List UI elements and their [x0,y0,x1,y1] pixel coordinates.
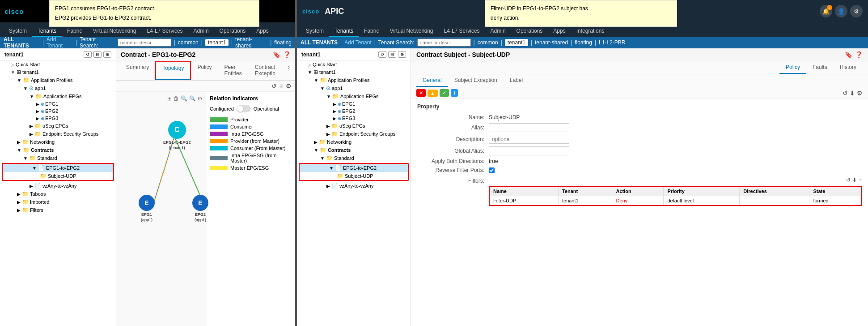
refresh-btn-r[interactable]: ↺ [843,90,848,97]
tab-system-left[interactable]: System [4,26,32,37]
tree-item-filters-l[interactable]: ▶ 📁Filters [0,206,116,214]
tree-item-esg-l[interactable]: ▶ 📁Endpoint Security Groups [0,130,116,138]
tab-policy-r[interactable]: Policy [779,61,806,74]
bookmark-icon[interactable]: 🔖 [273,51,280,58]
tab-fabric-right[interactable]: Fabric [359,26,384,37]
tenant1-right[interactable]: tenant1 [505,39,528,46]
sidebar-action-r1[interactable]: ↺ [378,51,386,58]
tab-policy[interactable]: Policy [191,61,218,80]
tree-item-contracts-r[interactable]: ▼ 📁Contracts [297,146,411,154]
tree-item-standard-l[interactable]: ▼ 📁Standard [0,154,116,162]
add-filter-btn[interactable]: + [859,177,862,183]
tenant-shared-right[interactable]: tenant-shared [535,39,568,46]
tree-item-app-profiles-l[interactable]: ▼ 📁Application Profiles [0,76,116,84]
sub-tab-general[interactable]: General [416,74,448,87]
add-tenant-left[interactable]: Add Tenant [47,36,73,49]
tree-item-epg1-epg2-l[interactable]: ▼ 📄EPG1-to-EPG2 [3,164,113,172]
tree-item-epg3-r[interactable]: ▶ ⊕EPG3 [297,115,411,122]
tab-virtual-networking-right[interactable]: Virtual Networking [384,26,438,37]
sidebar-action-1[interactable]: ↺ [84,51,92,58]
tree-item-networking-r[interactable]: ▶ 📁Networking [297,138,411,146]
tree-item-app-epgs-l[interactable]: ▼ 📁Application EPGs [0,92,116,100]
settings-btn[interactable]: ⚙ [286,82,292,90]
tree-item-epg3-l[interactable]: ▶ ⊕EPG3 [0,115,116,122]
user-icon-btn[interactable]: 👤 [835,5,847,17]
help-icon[interactable]: ❓ [283,51,291,58]
tree-item-networking-l[interactable]: ▶ 📁Networking [0,138,116,146]
add-tenant-right[interactable]: Add Tenant [344,39,372,46]
tenant1-badge-left[interactable]: tenant1 [205,39,229,46]
tree-item-app1-r[interactable]: ▼ ⊙app1 [297,84,411,92]
tab-faults-r[interactable]: Faults [806,61,834,74]
tree-item-standard-r[interactable]: ▼ 📁Standard [297,154,411,162]
filter-row-1[interactable]: Filter-UDP tenant1 Deny default level fo… [489,196,861,206]
download-filters-btn[interactable]: ⬇ [852,177,857,183]
tree-item-epg1-l[interactable]: ▶ ⊕EPG1 [0,100,116,107]
all-tenants-right[interactable]: ALL TENANTS [301,39,338,46]
more-tabs-icon[interactable]: › [286,61,292,80]
list-btn[interactable]: ≡ [279,82,283,90]
tab-system-right[interactable]: System [301,26,329,37]
tree-item-subject-udp-l[interactable]: 📁Subject-UDP [3,172,113,180]
settings-btn-r[interactable]: ⚙ [857,90,863,97]
tab-contract-exceptio[interactable]: Contract Exceptio [249,61,286,80]
tree-item-epg1-epg2-r[interactable]: ▼ 📄EPG1-to-EPG2 [300,164,408,172]
status-warn-btn[interactable]: ▲ [428,90,438,97]
floating-right[interactable]: floating [575,39,592,46]
bookmark-icon-r[interactable]: 🔖 [845,51,852,58]
common-right[interactable]: common [478,39,498,46]
tree-item-quick-start-r[interactable]: ▷ Quick Start [297,61,411,68]
tree-item-epg1-r[interactable]: ▶ ⊕EPG1 [297,100,411,107]
tab-operations-left[interactable]: Operations [214,26,251,37]
status-error-btn[interactable]: ✕ [416,89,426,97]
tab-apps-left[interactable]: Apps [251,26,274,37]
status-info-btn[interactable]: ℹ [451,89,458,97]
tree-item-quick-start-l[interactable]: ▷ Quick Start [0,61,116,68]
tree-item-useg-r[interactable]: ▶ 📁uSeg EPGs [297,122,411,130]
refresh-filters-btn[interactable]: ↺ [846,177,851,183]
floating-badge-left[interactable]: floating [274,39,292,46]
tenant-shared-badge-left[interactable]: tenant-shared [235,36,267,49]
gear-icon-btn[interactable]: ⚙ [850,5,863,17]
tree-item-taboos-l[interactable]: ▶ 📁Taboos [0,190,116,198]
tree-item-subject-udp-r[interactable]: 📁Subject-UDP [300,172,408,180]
refresh-btn[interactable]: ↺ [271,82,277,90]
tab-history-r[interactable]: History [834,61,863,74]
tree-item-contracts-l[interactable]: ▼ 📁Contracts [0,146,116,154]
toggle-switch[interactable] [237,105,251,112]
tenant-search-input-left[interactable] [118,39,171,47]
tab-peer-entities[interactable]: Peer Entities [218,61,248,80]
tree-item-epg2-r[interactable]: ▶ ⊕EPG2 [297,107,411,115]
tree-item-vzany-r[interactable]: ▶ 📄vzAny-to-vzAny [297,182,411,190]
l1l2pbr-right[interactable]: L1-L2-PBR [599,39,625,46]
tab-l4l7-right[interactable]: L4-L7 Services [439,26,485,37]
tree-item-epg2-l[interactable]: ▶ ⊕EPG2 [0,107,116,115]
all-tenants-left[interactable]: ALL TENANTS [4,36,40,49]
tab-apps-right[interactable]: Apps [548,26,571,37]
tenant-search-input-right[interactable] [417,39,471,47]
tab-l4l7-left[interactable]: L4-L7 Services [142,26,188,37]
help-icon-r[interactable]: ❓ [855,51,863,58]
tab-admin-left[interactable]: Admin [188,26,214,37]
tab-operations-right[interactable]: Operations [511,26,548,37]
bell-icon-btn[interactable]: 🔔 1 [820,5,832,17]
tab-virtual-networking-left[interactable]: Virtual Networking [87,26,141,37]
download-btn-r[interactable]: ⬇ [850,90,855,97]
sidebar-action-2[interactable]: ⊟ [93,51,102,58]
tab-topology[interactable]: Topology [155,61,191,80]
common-badge-left[interactable]: common [178,39,199,46]
sidebar-action-r2[interactable]: ⊟ [388,51,396,58]
global-alias-input[interactable] [489,146,569,155]
sub-tab-label[interactable]: Label [504,74,529,87]
sidebar-action-r3[interactable]: ⊕ [398,51,406,58]
tree-item-app-profiles-r[interactable]: ▼ 📁Application Profiles [297,76,411,84]
tree-item-vzany-l[interactable]: ▶ 📄vzAny-to-vzAny [0,182,116,190]
tab-summary[interactable]: Summary [120,61,155,80]
tab-admin-right[interactable]: Admin [485,26,511,37]
description-input[interactable] [489,135,569,144]
tree-item-tenant1-l[interactable]: ▼ ⊞tenant1 [0,68,116,76]
tree-item-imported-l[interactable]: ▶ 📁Imported [0,198,116,206]
tab-fabric-left[interactable]: Fabric [62,26,87,37]
status-ok-btn[interactable]: ✓ [440,89,449,97]
tree-item-tenant1-r[interactable]: ▼ ⊞tenant1 [297,68,411,76]
